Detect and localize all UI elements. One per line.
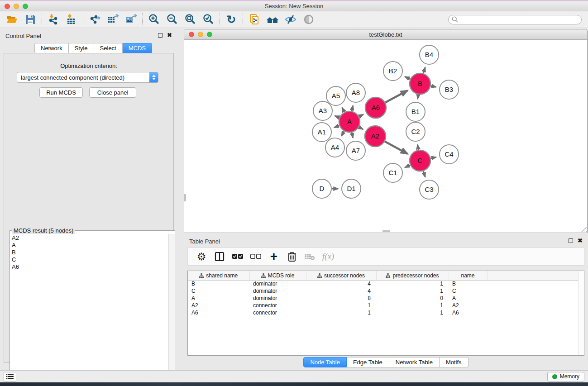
mcds-result-item[interactable]: C bbox=[12, 256, 168, 263]
save-session-button[interactable] bbox=[23, 13, 38, 26]
table-cell[interactable] bbox=[487, 280, 584, 287]
graph-edge-A-A7[interactable] bbox=[352, 132, 353, 138]
zoom-fit-button[interactable] bbox=[182, 13, 198, 26]
table-cell[interactable]: 1 bbox=[376, 280, 449, 287]
canvas-bottom-scrollmark[interactable] bbox=[382, 230, 390, 232]
tab-network[interactable]: Network bbox=[34, 43, 69, 53]
export-image-button[interactable] bbox=[123, 13, 139, 26]
tab-motifs[interactable]: Motifs bbox=[440, 357, 468, 367]
column-header[interactable]: predecessor nodes bbox=[376, 271, 449, 280]
column-header[interactable] bbox=[487, 271, 584, 280]
table-cell[interactable]: 1 bbox=[376, 287, 449, 295]
graph-edge-A-A3[interactable] bbox=[335, 116, 339, 118]
graph-edge-A-A1[interactable] bbox=[334, 125, 339, 127]
tab-network-table[interactable]: Network Table bbox=[389, 357, 440, 367]
table-cell[interactable]: dominator bbox=[249, 287, 306, 295]
table-cell[interactable]: dominator bbox=[249, 295, 306, 302]
column-header[interactable]: MCDS role bbox=[249, 271, 306, 280]
show-all-networks-button[interactable] bbox=[265, 13, 280, 26]
network-window-titlebar[interactable]: testGlobe.txt bbox=[184, 29, 587, 40]
close-panel-button[interactable]: Close panel bbox=[89, 87, 136, 98]
float-table-panel-icon[interactable] bbox=[569, 238, 573, 243]
delete-column-button[interactable] bbox=[284, 249, 300, 264]
table-cell[interactable]: B bbox=[449, 280, 487, 287]
search-text-field[interactable] bbox=[459, 16, 581, 23]
table-cell[interactable]: A bbox=[188, 295, 249, 302]
memory-button[interactable]: Memory bbox=[547, 372, 584, 381]
task-history-button[interactable] bbox=[4, 372, 16, 381]
column-header[interactable]: successor nodes bbox=[306, 271, 376, 280]
table-settings-button[interactable]: ⚙ bbox=[193, 249, 210, 264]
run-mcds-button[interactable]: Run MCDS bbox=[39, 87, 83, 98]
graph-edge-B-B3[interactable] bbox=[431, 86, 436, 87]
table-cell[interactable]: 4 bbox=[306, 280, 376, 287]
float-panel-icon[interactable] bbox=[158, 33, 163, 38]
clone-network-button[interactable] bbox=[247, 13, 262, 26]
table-cell[interactable]: 1 bbox=[306, 302, 376, 309]
mcds-result-list[interactable]: A2ABCA6 bbox=[12, 234, 168, 385]
mcds-result-item[interactable]: A bbox=[12, 242, 168, 249]
mcds-result-item[interactable]: A2 bbox=[12, 234, 168, 242]
table-cell[interactable]: B bbox=[188, 280, 249, 287]
table-row[interactable]: Bdominator41B bbox=[188, 280, 584, 287]
mcds-result-item[interactable]: B bbox=[12, 249, 168, 256]
table-cell[interactable]: A6 bbox=[449, 309, 487, 316]
graph-edge-A-A5[interactable] bbox=[342, 108, 344, 112]
table-cell[interactable]: 0 bbox=[376, 295, 449, 302]
canvas-left-scrollmark[interactable] bbox=[184, 194, 186, 201]
add-column-button[interactable]: + bbox=[266, 249, 282, 264]
table-cell[interactable]: A2 bbox=[449, 302, 487, 309]
close-panel-icon[interactable]: ✖ bbox=[167, 33, 172, 38]
graph-edge-C-C4[interactable] bbox=[430, 157, 436, 158]
toggle-panes-button[interactable] bbox=[211, 249, 228, 264]
table-row[interactable]: A2connector11A2 bbox=[188, 302, 584, 309]
tab-node-table[interactable]: Node Table bbox=[303, 357, 347, 367]
column-header[interactable]: shared name bbox=[188, 271, 249, 280]
table-cell[interactable]: connector bbox=[249, 302, 306, 309]
zoom-selected-button[interactable] bbox=[201, 13, 216, 26]
export-network-button[interactable] bbox=[87, 13, 102, 26]
table-header-row[interactable]: shared nameMCDS rolesuccessor nodesprede… bbox=[188, 271, 584, 280]
open-session-button[interactable] bbox=[5, 13, 20, 26]
network-graph[interactable]: B4B2BB3A8A5A6A3B1AA1C2A2A4A7C4CC1C3DD1 bbox=[184, 40, 587, 233]
show-panel-button[interactable] bbox=[301, 13, 316, 26]
graph-edge-A-A8[interactable] bbox=[352, 105, 353, 111]
graph-edge-C-C2[interactable] bbox=[417, 145, 418, 150]
graph-edge-B-B4[interactable] bbox=[423, 67, 425, 73]
table-cell[interactable]: 4 bbox=[306, 287, 376, 295]
table-cell[interactable] bbox=[487, 309, 584, 316]
table-cell[interactable]: 1 bbox=[376, 302, 449, 309]
refresh-button[interactable]: ↻ bbox=[224, 13, 239, 26]
mcds-result-item[interactable]: A6 bbox=[12, 263, 168, 271]
hide-panel-button[interactable] bbox=[283, 13, 298, 26]
table-cell[interactable]: connector bbox=[249, 309, 306, 316]
export-table-button[interactable] bbox=[105, 13, 120, 26]
network-canvas[interactable]: B4B2BB3A8A5A6A3B1AA1C2A2A4A7C4CC1C3DD1 bbox=[184, 40, 587, 233]
import-network-button[interactable] bbox=[46, 13, 61, 26]
tab-select[interactable]: Select bbox=[94, 43, 123, 53]
optimization-criterion-select[interactable]: largest connected component (directed) bbox=[17, 72, 158, 83]
table-cell[interactable]: C bbox=[188, 287, 249, 295]
graph-edge-B-B2[interactable] bbox=[405, 76, 410, 79]
table-cell[interactable]: dominator bbox=[249, 280, 306, 287]
tab-mcds[interactable]: MCDS bbox=[123, 43, 152, 53]
table-cell[interactable] bbox=[487, 302, 584, 309]
table-cell[interactable] bbox=[487, 287, 584, 295]
table-cell[interactable]: A6 bbox=[188, 309, 249, 316]
mcds-result-scrollbar[interactable] bbox=[168, 234, 175, 386]
close-table-panel-icon[interactable]: ✖ bbox=[578, 238, 583, 243]
tab-style[interactable]: Style bbox=[69, 43, 94, 53]
zoom-out-button[interactable] bbox=[164, 13, 180, 26]
graph-edge-B-B1[interactable] bbox=[418, 95, 419, 99]
table-scrollbar[interactable] bbox=[578, 271, 584, 355]
tab-edge-table[interactable]: Edge Table bbox=[347, 357, 389, 367]
table-cell[interactable]: 1 bbox=[306, 309, 376, 316]
table-cell[interactable] bbox=[487, 295, 584, 302]
graph-edge-A2-C[interactable] bbox=[385, 141, 408, 154]
graph-edge-A-A6[interactable] bbox=[359, 114, 363, 117]
import-table-button[interactable] bbox=[64, 13, 79, 26]
table-cell[interactable]: 1 bbox=[376, 309, 449, 316]
table-row[interactable]: Cdominator41C bbox=[188, 287, 584, 295]
search-input[interactable] bbox=[448, 15, 582, 24]
table-cell[interactable]: A2 bbox=[188, 302, 249, 309]
